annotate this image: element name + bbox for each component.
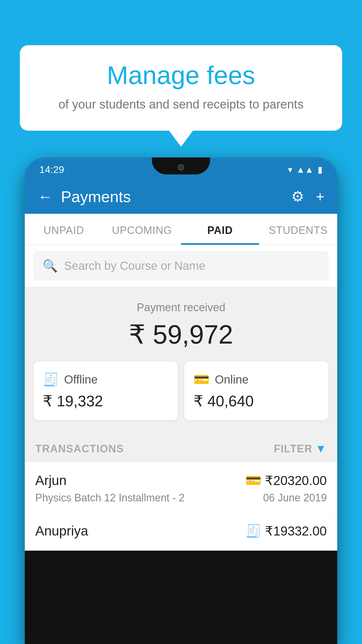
transaction-list: Arjun 💳 ₹20320.00 Physics Batch 12 Insta…: [25, 462, 337, 551]
payment-amount: ₹ 59,972: [34, 319, 328, 350]
transaction-bottom: Physics Batch 12 Installment - 2 06 June…: [35, 492, 327, 504]
phone-notch: [152, 158, 210, 174]
battery-icon: ▮: [318, 164, 323, 175]
speech-bubble: Manage fees of your students and send re…: [20, 45, 342, 131]
offline-card: 🧾 Offline ₹ 19,332: [34, 361, 178, 420]
amount-value: ₹19332.00: [265, 524, 327, 538]
status-bar: 14:29 ▾ ▲▲ ▮: [25, 158, 337, 179]
phone-frame: 14:29 ▾ ▲▲ ▮ ← Payments ⚙ + UNPAID UPCOM…: [25, 158, 337, 644]
camera-sensor: [178, 164, 184, 171]
offline-card-header: 🧾 Offline: [43, 372, 168, 387]
page-title: Payments: [61, 188, 131, 206]
offline-icon: 🧾: [43, 372, 59, 387]
filter-text: FILTER: [274, 443, 312, 455]
online-card: 💳 Online ₹ 40,640: [184, 361, 328, 420]
transaction-top: Anupriya 🧾 ₹19332.00: [35, 523, 327, 539]
add-icon[interactable]: +: [316, 188, 324, 205]
wifi-icon: ▾: [288, 164, 292, 175]
payment-cards: 🧾 Offline ₹ 19,332 💳 Online ₹ 40,640: [25, 361, 337, 432]
back-button[interactable]: ←: [38, 188, 53, 205]
pay-mode-icon: 🧾: [245, 523, 261, 538]
search-bar[interactable]: 🔍 Search by Course or Name: [34, 251, 328, 280]
offline-amount: ₹ 19,332: [43, 392, 168, 410]
transaction-name: Anupriya: [35, 523, 88, 539]
online-card-header: 💳 Online: [194, 372, 319, 387]
pay-mode-icon: 💳: [245, 473, 261, 488]
transaction-course: Physics Batch 12 Installment - 2: [35, 492, 184, 504]
header-actions: ⚙ +: [291, 188, 324, 205]
app-header: ← Payments ⚙ +: [25, 179, 337, 214]
settings-icon[interactable]: ⚙: [291, 188, 304, 205]
search-icon: 🔍: [43, 259, 58, 273]
transaction-name: Arjun: [35, 473, 66, 488]
tabs-bar: UNPAID UPCOMING PAID STUDENTS: [25, 214, 337, 245]
transaction-amount: 🧾 ₹19332.00: [245, 523, 327, 538]
transactions-header: TRANSACTIONS FILTER ▼: [25, 432, 337, 462]
transaction-date: 06 June 2019: [263, 492, 327, 504]
tab-paid[interactable]: PAID: [181, 214, 259, 245]
status-time: 14:29: [39, 164, 64, 175]
offline-label: Offline: [64, 373, 98, 386]
transaction-amount: 💳 ₹20320.00: [245, 473, 327, 488]
online-icon: 💳: [194, 372, 210, 387]
transaction-top: Arjun 💳 ₹20320.00: [35, 473, 327, 488]
search-input[interactable]: Search by Course or Name: [64, 259, 205, 272]
bubble-subtitle: of your students and send receipts to pa…: [37, 96, 325, 113]
signal-icon: ▲▲: [296, 165, 314, 175]
tab-upcoming[interactable]: UPCOMING: [103, 214, 181, 245]
amount-value: ₹20320.00: [265, 473, 327, 488]
transactions-label: TRANSACTIONS: [35, 443, 124, 455]
tab-students[interactable]: STUDENTS: [259, 214, 337, 245]
filter-button[interactable]: FILTER ▼: [274, 442, 327, 455]
tab-unpaid[interactable]: UNPAID: [25, 214, 103, 245]
filter-icon: ▼: [315, 442, 327, 455]
table-row[interactable]: Arjun 💳 ₹20320.00 Physics Batch 12 Insta…: [25, 462, 337, 512]
online-label: Online: [215, 373, 249, 386]
payment-label: Payment received: [34, 301, 328, 314]
online-amount: ₹ 40,640: [194, 392, 319, 410]
header-left: ← Payments: [38, 188, 131, 206]
bubble-title: Manage fees: [37, 61, 325, 90]
search-container: 🔍 Search by Course or Name: [25, 245, 337, 287]
payment-summary: Payment received ₹ 59,972: [25, 287, 337, 361]
table-row[interactable]: Anupriya 🧾 ₹19332.00: [25, 512, 337, 551]
status-icons: ▾ ▲▲ ▮: [288, 164, 323, 175]
